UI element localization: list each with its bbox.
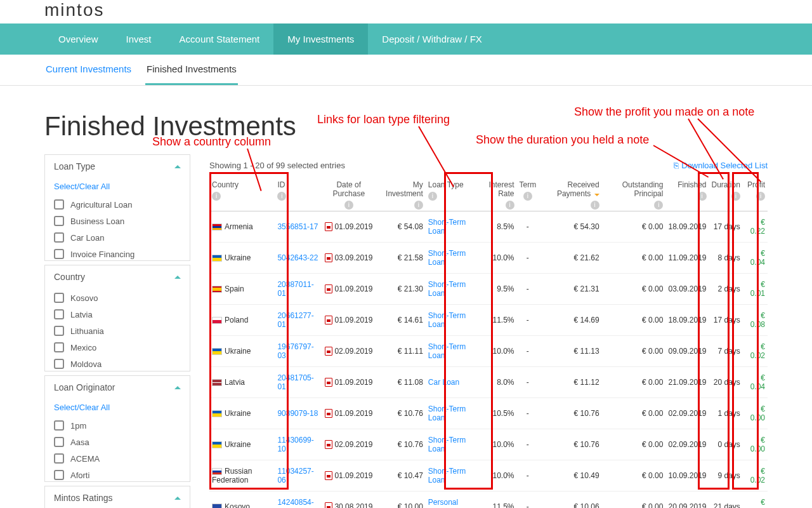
loan-type-link[interactable]: Short-Term Loan: [428, 311, 466, 329]
filter-checkbox[interactable]: [54, 437, 64, 447]
filter-checkbox[interactable]: [54, 453, 64, 464]
select-clear-loan-type[interactable]: Select/Clear All: [54, 179, 181, 196]
loan-type-link[interactable]: Car Loan: [428, 378, 459, 387]
loan-type-link[interactable]: Short-Term Loan: [428, 436, 466, 453]
loan-id-link[interactable]: 14240854-03: [277, 498, 313, 508]
info-icon[interactable]: i: [428, 192, 437, 201]
pdf-icon[interactable]: [325, 253, 332, 262]
pdf-icon[interactable]: [325, 347, 332, 356]
loan-type-link[interactable]: Short-Term Loan: [428, 404, 466, 422]
loan-id-link[interactable]: 11034257-06: [277, 467, 313, 485]
topnav-item[interactable]: Deposit / Withdraw / FX: [368, 23, 496, 55]
filter-checkbox[interactable]: [54, 359, 64, 369]
filter-option[interactable]: Lithuania: [54, 323, 181, 339]
info-icon[interactable]: i: [731, 192, 740, 201]
loan-id-link[interactable]: 20887011-01: [277, 280, 313, 298]
info-icon[interactable]: i: [277, 192, 286, 201]
loan-type-link[interactable]: Personal Loan: [428, 498, 458, 508]
filter-checkbox[interactable]: [54, 326, 64, 336]
col-header[interactable]: Countryi: [209, 177, 275, 211]
col-header[interactable]: Loan Typei: [426, 177, 476, 211]
filter-option[interactable]: Car Loan: [54, 229, 181, 246]
topnav-item[interactable]: Overview: [44, 23, 112, 55]
filter-option[interactable]: 1pm: [54, 417, 181, 434]
pdf-icon[interactable]: [325, 222, 332, 231]
filter-checkbox[interactable]: [54, 232, 64, 243]
topnav-item[interactable]: Account Statement: [166, 23, 274, 55]
table-row: Latvia20481705-01 01.09.2019€ 11.08Car L…: [209, 367, 768, 398]
loan-type-link[interactable]: Short-Term Loan: [428, 467, 466, 485]
filter-loan-type-head[interactable]: Loan Type: [45, 155, 190, 178]
filter-option[interactable]: Aforti: [54, 467, 181, 481]
download-link[interactable]: ⎘ Download Selected List: [674, 161, 768, 170]
filter-checkbox[interactable]: [54, 293, 64, 303]
col-header[interactable]: Outstanding Principali: [602, 177, 666, 211]
info-icon[interactable]: i: [756, 192, 765, 201]
filter-checkbox[interactable]: [54, 249, 64, 259]
topnav-item[interactable]: My Investments: [273, 23, 368, 55]
pdf-icon[interactable]: [325, 409, 332, 418]
loan-type-link[interactable]: Short-Term Loan: [428, 218, 466, 236]
filter-option[interactable]: Mexico: [54, 339, 181, 356]
info-icon[interactable]: i: [414, 201, 423, 210]
filter-option[interactable]: Kosovo: [54, 290, 181, 306]
topnav-item[interactable]: Invest: [112, 23, 166, 55]
filter-checkbox[interactable]: [54, 342, 64, 352]
loan-id-link[interactable]: 9089079-18: [277, 409, 318, 418]
col-header[interactable]: Interest Ratei: [476, 177, 516, 211]
filter-checkbox[interactable]: [54, 199, 64, 210]
filter-option[interactable]: Agricultural Loan: [54, 196, 181, 213]
pdf-icon[interactable]: [325, 284, 332, 293]
loan-type-link[interactable]: Short-Term Loan: [428, 342, 466, 360]
info-icon[interactable]: i: [591, 201, 599, 210]
col-header[interactable]: IDi: [275, 177, 321, 211]
filter-checkbox[interactable]: [54, 216, 64, 226]
col-header[interactable]: Received Payments i: [539, 177, 601, 211]
pdf-icon[interactable]: [325, 440, 332, 449]
cell-received: € 11.12: [539, 367, 601, 398]
loan-type-link[interactable]: Short-Term Loan: [428, 280, 466, 298]
info-icon[interactable]: i: [654, 201, 663, 210]
info-icon[interactable]: i: [506, 201, 514, 210]
filter-option[interactable]: Latvia: [54, 306, 181, 323]
col-header[interactable]: Finishedi: [665, 177, 709, 211]
filter-option[interactable]: ACEMA: [54, 450, 181, 467]
cell-finished: 11.09.2019: [665, 243, 709, 274]
subnav-finished[interactable]: Finished Investments: [145, 55, 238, 85]
filter-option[interactable]: Moldova: [54, 356, 181, 371]
pdf-icon[interactable]: [325, 471, 332, 480]
loan-id-link[interactable]: 5042643-22: [277, 253, 318, 262]
select-clear-originator[interactable]: Select/Clear All: [54, 400, 181, 417]
cell-investment: € 54.08: [376, 211, 426, 243]
cell-received: € 21.62: [539, 243, 601, 274]
filter-country-head[interactable]: Country: [45, 265, 190, 288]
loan-id-link[interactable]: 11430699-10: [277, 436, 313, 453]
filter-originator-head[interactable]: Loan Originator: [45, 376, 190, 399]
subnav-current[interactable]: Current Investments: [44, 55, 133, 85]
info-icon[interactable]: i: [523, 192, 532, 201]
info-icon[interactable]: i: [344, 201, 353, 210]
pdf-icon[interactable]: [325, 316, 332, 324]
col-header[interactable]: Durationi: [709, 177, 743, 211]
pdf-icon[interactable]: [325, 378, 332, 387]
info-icon[interactable]: i: [212, 192, 221, 201]
filter-option[interactable]: Business Loan: [54, 213, 181, 229]
loan-id-link[interactable]: 20661277-01: [277, 311, 313, 329]
loan-id-link[interactable]: 3556851-17: [277, 222, 318, 231]
cell-date: 01.09.2019: [321, 460, 376, 491]
col-header[interactable]: Date of Purchasei: [321, 177, 376, 211]
col-header[interactable]: Termi: [517, 177, 539, 211]
loan-id-link[interactable]: 19676797-03: [277, 342, 313, 360]
info-icon[interactable]: i: [698, 192, 707, 201]
filter-option[interactable]: Aasa: [54, 434, 181, 450]
col-header[interactable]: My Investmenti: [376, 177, 426, 211]
filter-checkbox[interactable]: [54, 309, 64, 319]
loan-id-link[interactable]: 20481705-01: [277, 373, 313, 391]
pdf-icon[interactable]: [325, 502, 332, 508]
filter-ratings-head[interactable]: Mintos Ratings: [45, 486, 190, 508]
loan-type-link[interactable]: Short-Term Loan: [428, 249, 466, 267]
filter-checkbox[interactable]: [54, 420, 64, 431]
col-header[interactable]: Profiti: [743, 177, 768, 211]
filter-checkbox[interactable]: [54, 470, 64, 480]
filter-option[interactable]: Invoice Financing: [54, 246, 181, 260]
